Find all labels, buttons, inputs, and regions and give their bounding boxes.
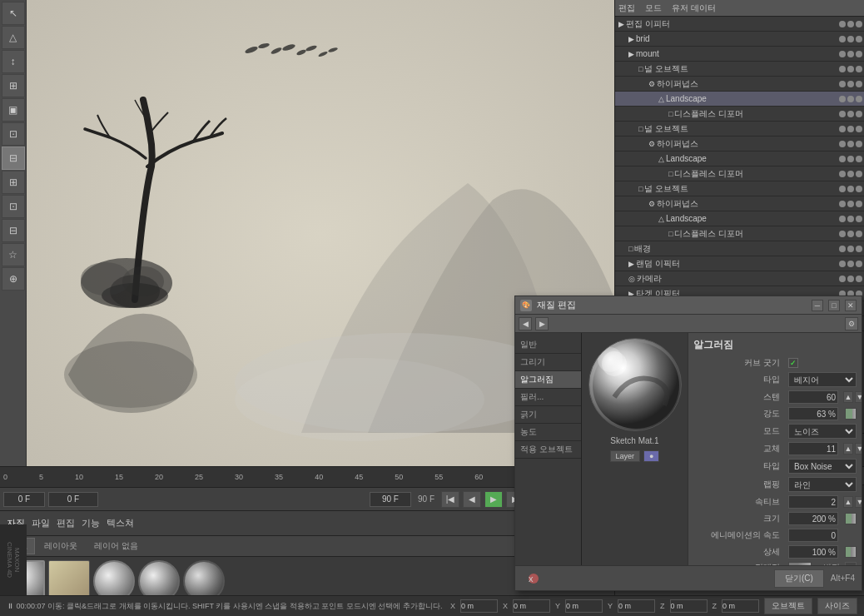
hierarchy-item-14[interactable]: △ Landscape xyxy=(615,211,864,226)
dialog-body: 일반 그리기 알그러짐 필러... 긁기 농도 적용 오브젝트 xyxy=(515,333,862,565)
tool-add[interactable]: ⊕ xyxy=(2,267,25,291)
play-btn[interactable]: ▶ xyxy=(484,491,503,508)
end-frame[interactable] xyxy=(370,492,411,507)
nav-forward[interactable]: ▶ xyxy=(535,317,549,330)
hierarchy-item-6[interactable]: △ Landscape xyxy=(615,92,864,107)
frame-input[interactable] xyxy=(3,492,45,507)
mat-left-tab-scratch2[interactable]: 긁기 xyxy=(515,406,581,424)
mat-tab-layout[interactable]: 레이아웃 xyxy=(37,538,85,554)
prop-type2-select[interactable]: Box NoisePerlin xyxy=(788,459,857,474)
prop-curve-check[interactable]: ✓ xyxy=(788,358,798,368)
prop-size-input[interactable] xyxy=(788,512,838,525)
tool-select[interactable]: ⊡ xyxy=(2,122,25,146)
nav-settings[interactable]: ⚙ xyxy=(845,317,858,330)
hierarchy-item-7[interactable]: □ 디스플레스 디포머 xyxy=(615,107,864,122)
prop-detail-input[interactable] xyxy=(788,545,838,559)
mat-menu-edit[interactable]: 편집 xyxy=(57,517,75,529)
coord-x[interactable] xyxy=(460,599,498,613)
prop-sten-up[interactable]: ▲ xyxy=(843,391,853,403)
mat-left-tab-apply[interactable]: 적용 오브젝트 xyxy=(515,441,581,459)
mat-menu-file[interactable]: 파일 xyxy=(32,517,50,529)
tool-grid[interactable]: ⊞ xyxy=(2,74,25,97)
coord-dy[interactable] xyxy=(618,599,655,613)
prop-octive-up[interactable]: ▲ xyxy=(843,496,853,508)
prop-type1: 타입 베지어선형 xyxy=(693,372,857,387)
hierarchy-item-17[interactable]: ▶ 랜덤 이픽터 xyxy=(615,256,864,271)
prop-octive-down[interactable]: ▼ xyxy=(855,496,862,508)
prev-frame-btn[interactable]: ◀ xyxy=(463,491,481,508)
mat-left-tab-scratch[interactable]: 알그러짐 xyxy=(515,371,581,389)
prop-mode-label: 모드 xyxy=(693,425,785,437)
mat-left-tab-filter[interactable]: 필러... xyxy=(515,389,581,406)
hierarchy-item-18[interactable]: ◎ 카메라 xyxy=(615,271,864,286)
hierarchy-item-2[interactable]: ▶ brid xyxy=(615,32,864,47)
mat-left-tab-general[interactable]: 일반 xyxy=(515,336,581,354)
hierarchy-item-15[interactable]: □ 디스플레스 디포머 xyxy=(615,226,864,241)
prop-invert-check[interactable] xyxy=(845,562,857,565)
hierarchy-item-16[interactable]: □ 배경 xyxy=(615,241,864,256)
prop-absolute-slider[interactable] xyxy=(788,562,812,565)
prop-replace-input[interactable] xyxy=(788,442,838,455)
dialog-maximize[interactable]: □ xyxy=(828,300,840,311)
hierarchy-item-12[interactable]: □ 널 오브젝트 xyxy=(615,181,864,196)
hierarchy-item-3[interactable]: ▶ mount xyxy=(615,47,864,62)
prop-sten-down[interactable]: ▼ xyxy=(855,391,862,403)
mat-tab-layer[interactable]: 레이어 없음 xyxy=(87,538,146,554)
close-button[interactable]: 닫기(C) xyxy=(774,569,824,588)
prop-sten-input[interactable] xyxy=(788,390,838,404)
hierarchy-item-13[interactable]: ⚙ 하이퍼넙스 xyxy=(615,196,864,211)
mat-menu-func[interactable]: 기능 xyxy=(82,517,100,529)
tool-polygon[interactable]: ⊟ xyxy=(2,219,25,242)
coord-dx[interactable] xyxy=(513,599,550,613)
hierarchy-item-10[interactable]: △ Landscape xyxy=(615,152,864,166)
hierarchy-item-icon-6: △ xyxy=(658,95,664,103)
hierarchy-item-5[interactable]: ⚙ 하이퍼넙스 xyxy=(615,77,864,92)
hierarchy-item-9[interactable]: ⚙ 하이퍼넙스 xyxy=(615,137,864,152)
tool-edit[interactable]: ⊞ xyxy=(2,171,25,194)
tool-active[interactable]: ⊟ xyxy=(2,147,25,170)
hierarchy-tab-edit[interactable]: 편집 xyxy=(618,2,635,14)
coord-dz[interactable] xyxy=(722,599,759,613)
tool-arrow[interactable]: ↖ xyxy=(2,2,25,25)
coord-y[interactable] xyxy=(565,599,603,613)
tool-move[interactable]: △ xyxy=(2,26,25,49)
size-button[interactable]: 사이즈 xyxy=(817,598,857,614)
layer-active-btn[interactable]: ● xyxy=(643,450,659,462)
hierarchy-tab-mode[interactable]: 모드 xyxy=(645,2,662,14)
prop-wrap-select[interactable]: 라인루프 xyxy=(788,477,857,492)
mat-left-tab-draw[interactable]: 그리기 xyxy=(515,354,581,371)
footer-x-btn[interactable]: x xyxy=(529,574,539,584)
prop-absolute-invert: · 반전 xyxy=(818,562,840,565)
mat-left-tab-density[interactable]: 농도 xyxy=(515,424,581,441)
prop-replace-up[interactable]: ▲ xyxy=(843,443,853,455)
hierarchy-item-1[interactable]: ▶ 편집 이피터 xyxy=(615,17,864,32)
hierarchy-item-8[interactable]: □ 널 오브젝트 xyxy=(615,122,864,137)
mat-menu-tex[interactable]: 텍스쳐 xyxy=(107,517,134,529)
tool-box[interactable]: ▣ xyxy=(2,98,25,122)
prop-detail-slider[interactable] xyxy=(845,546,857,558)
prop-anim-input[interactable] xyxy=(788,529,838,542)
prop-absolute: 절대적 · 반전 xyxy=(693,562,857,565)
dialog-close[interactable]: ✕ xyxy=(845,300,857,311)
prop-mode-select[interactable]: 노이즈패턴 xyxy=(788,424,857,439)
hierarchy-item-label-9: 하이퍼넙스 xyxy=(657,138,839,150)
tool-scale[interactable]: ↕ xyxy=(2,50,25,73)
hierarchy-item-4[interactable]: □ 널 오브젝트 xyxy=(615,62,864,77)
layer-btn[interactable]: Layer xyxy=(610,450,641,462)
obj-button[interactable]: 오브젝트 xyxy=(764,598,812,614)
prop-replace-down[interactable]: ▼ xyxy=(855,443,862,455)
prev-key-btn[interactable]: |◀ xyxy=(441,491,459,508)
frame-offset[interactable] xyxy=(48,492,98,507)
hierarchy-tab-user[interactable]: 유저 데이터 xyxy=(672,2,716,14)
hierarchy-item-11[interactable]: □ 디스플레스 디포머 xyxy=(615,166,864,181)
tool-star[interactable]: ☆ xyxy=(2,243,25,266)
tool-lasso[interactable]: ⊡ xyxy=(2,195,25,218)
prop-strength-input[interactable] xyxy=(788,407,838,420)
dialog-minimize[interactable]: ─ xyxy=(812,300,823,311)
prop-octive-input[interactable] xyxy=(788,495,838,509)
nav-back[interactable]: ◀ xyxy=(519,317,532,330)
prop-strength-slider[interactable] xyxy=(845,408,857,420)
prop-size-slider[interactable] xyxy=(845,513,857,524)
coord-z[interactable] xyxy=(670,599,708,613)
prop-type1-select[interactable]: 베지어선형 xyxy=(788,372,857,387)
